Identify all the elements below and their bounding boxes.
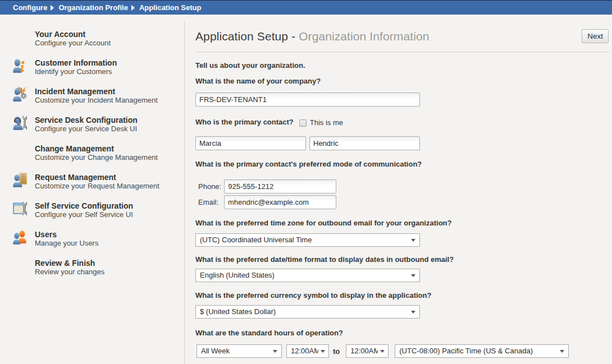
datetime-format-select-value: English (United States) xyxy=(200,269,407,282)
dropdown-caret-icon xyxy=(411,274,415,277)
sidebar-item-title: Service Desk Configuration xyxy=(35,116,138,125)
person-document-icon xyxy=(13,173,27,187)
breadcrumb-item-configure[interactable]: Configure xyxy=(13,3,47,12)
currency-select-value: $ (United States Dollar) xyxy=(200,306,407,318)
email-input[interactable] xyxy=(224,195,336,209)
hours-end-select[interactable]: 12:00AM xyxy=(346,344,389,358)
dropdown-caret-icon xyxy=(411,239,415,242)
sidebar-item-title: Customer Information xyxy=(35,58,117,67)
two-users-icon xyxy=(13,230,27,245)
sidebar-item-subtitle: Customize your Request Management xyxy=(35,182,159,191)
company-name-label: What is the name of your company? xyxy=(195,77,609,86)
datetime-format-select[interactable]: English (United States) xyxy=(195,269,420,282)
communication-label: What is the primary contact's preferred … xyxy=(195,160,609,169)
hours-timezone-select[interactable]: (UTC-08:00) Pacific Time (US & Canada) xyxy=(395,344,569,358)
sidebar-item-title: Change Management xyxy=(35,144,158,153)
page-title-prefix: Application Setup - xyxy=(195,30,299,43)
setup-steps-sidebar: Your Account Configure your Account Cust… xyxy=(0,15,185,364)
breadcrumb-bar: Configure Organization Profile Applicati… xyxy=(0,0,612,15)
company-name-input[interactable] xyxy=(195,93,420,107)
sidebar-item-subtitle: Review your changes xyxy=(35,268,104,277)
window-wrench-icon xyxy=(13,201,27,216)
no-icon-spacer xyxy=(13,30,27,44)
sidebar-item-subtitle: Identify your Customers xyxy=(35,67,117,76)
sidebar-item-title: Your Account xyxy=(35,30,111,39)
sidebar-item-self-service-configuration[interactable]: Self Service Configuration Configure you… xyxy=(0,201,185,219)
dropdown-caret-icon xyxy=(321,350,325,353)
phone-row: Phone: xyxy=(195,179,609,193)
phone-input[interactable] xyxy=(224,179,336,193)
dropdown-caret-icon xyxy=(273,350,277,353)
sidebar-item-your-account[interactable]: Your Account Configure your Account xyxy=(0,30,185,48)
hours-to-label: to xyxy=(333,347,340,356)
sidebar-item-subtitle: Manage your Users xyxy=(35,239,98,248)
this-is-me-label: This is me xyxy=(310,118,343,127)
person-headset-wrench-icon xyxy=(13,116,27,130)
sidebar-divider xyxy=(184,21,185,364)
dropdown-caret-icon xyxy=(380,350,385,353)
breadcrumb-separator-icon xyxy=(51,5,54,11)
sidebar-item-title: Self Service Configuration xyxy=(35,201,133,210)
sidebar-item-service-desk-configuration[interactable]: Service Desk Configuration Configure you… xyxy=(0,116,185,133)
sidebar-item-users[interactable]: Users Manage your Users xyxy=(0,230,185,248)
dropdown-caret-icon xyxy=(560,350,564,353)
dropdown-caret-icon xyxy=(411,311,415,314)
timezone-label: What is the preferred time zone for outb… xyxy=(195,219,609,228)
hours-start-select[interactable]: 12:00AM xyxy=(286,344,329,358)
this-is-me-checkbox[interactable] xyxy=(299,119,307,127)
email-label: Email: xyxy=(198,198,221,206)
hours-start-select-value: 12:00AM xyxy=(291,345,318,357)
currency-select[interactable]: $ (United States Dollar) xyxy=(195,305,420,319)
email-row: Email: xyxy=(195,195,609,209)
hours-days-select[interactable]: All Week xyxy=(197,344,282,358)
sidebar-item-request-management[interactable]: Request Management Customize your Reques… xyxy=(0,173,185,191)
page-title: Application Setup - Organization Informa… xyxy=(195,30,429,43)
sidebar-item-subtitle: Configure your Account xyxy=(35,39,111,48)
breadcrumb-separator-icon xyxy=(131,5,135,11)
organization-form: Tell us about your organization. What is… xyxy=(195,52,609,358)
phone-label: Phone: xyxy=(198,182,221,191)
datetime-format-label: What is the preferred date/time format t… xyxy=(195,255,609,264)
sidebar-item-title: Incident Management xyxy=(35,87,158,96)
timezone-select[interactable]: (UTC) Coordinated Universal Time xyxy=(195,233,420,247)
next-button[interactable]: Next xyxy=(582,29,609,43)
timezone-select-value: (UTC) Coordinated Universal Time xyxy=(200,234,407,246)
breadcrumb-item-organization-profile[interactable]: Organization Profile xyxy=(58,3,128,12)
sidebar-item-change-management[interactable]: Change Management Customize your Change … xyxy=(0,144,185,162)
currency-label: What is the preferred currency symbol to… xyxy=(195,291,609,300)
last-name-input[interactable] xyxy=(309,136,420,150)
sidebar-item-subtitle: Configure your Self Service UI xyxy=(35,210,133,219)
no-icon-spacer xyxy=(13,259,27,273)
main-panel: Application Setup - Organization Informa… xyxy=(185,15,612,364)
breadcrumb-item-application-setup[interactable]: Application Setup xyxy=(139,3,202,12)
sidebar-item-title: Users xyxy=(35,230,98,239)
sidebar-item-title: Review & Finish xyxy=(35,259,104,268)
hours-days-select-value: All Week xyxy=(201,345,269,357)
hours-end-select-value: 12:00AM xyxy=(350,345,378,357)
hours-timezone-select-value: (UTC-08:00) Pacific Time (US & Canada) xyxy=(399,345,556,357)
sidebar-item-review-finish[interactable]: Review & Finish Review your changes xyxy=(0,259,185,277)
sidebar-item-customer-information[interactable]: Customer Information Identify your Custo… xyxy=(0,58,185,76)
sidebar-item-subtitle: Configure your Service Desk UI xyxy=(35,125,138,133)
sidebar-item-subtitle: Customize your Change Management xyxy=(35,153,158,162)
person-info-icon xyxy=(13,58,27,73)
sidebar-item-incident-management[interactable]: Incident Management Customize your Incid… xyxy=(0,87,185,105)
hours-of-operation-row: All Week 12:00AM to 12:00AM (UTC-08:00) … xyxy=(197,344,609,358)
page-header: Application Setup - Organization Informa… xyxy=(195,15,609,52)
sidebar-item-subtitle: Customize your Incident Management xyxy=(35,96,158,105)
first-name-input[interactable] xyxy=(195,136,306,150)
form-intro: Tell us about your organization. xyxy=(195,61,609,70)
primary-contact-label: Who is the primary contact? xyxy=(195,118,294,127)
sidebar-item-title: Request Management xyxy=(35,173,159,182)
no-icon-spacer xyxy=(13,144,27,159)
person-gears-icon xyxy=(13,87,27,102)
primary-contact-row: Who is the primary contact? This is me xyxy=(195,118,609,127)
contact-name-row xyxy=(195,136,609,150)
hours-label: What are the standard hours of operation… xyxy=(195,329,609,338)
page-title-section: Organization Information xyxy=(299,30,429,43)
